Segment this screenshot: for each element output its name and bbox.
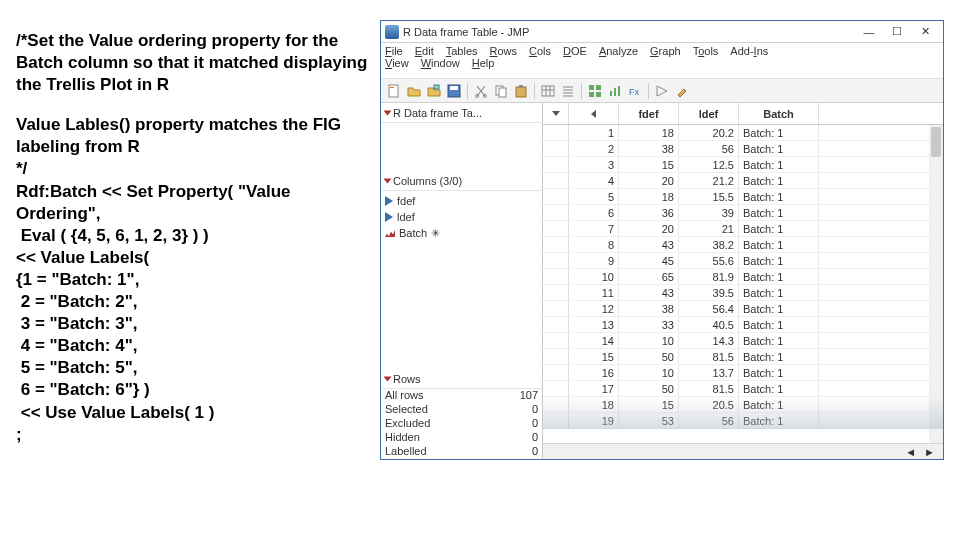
cell-batch[interactable]: Batch: 1 [739, 205, 819, 220]
cell-fdef[interactable]: 18 [619, 189, 679, 204]
cell-batch[interactable]: Batch: 1 [739, 269, 819, 284]
row-selector[interactable] [543, 349, 569, 364]
cell-batch[interactable]: Batch: 1 [739, 349, 819, 364]
toolbar-grid-icon[interactable] [586, 82, 604, 100]
table-row[interactable]: 11820.2Batch: 1 [543, 125, 943, 141]
row-selector[interactable] [543, 125, 569, 140]
menu-analyze[interactable]: Analyze [599, 45, 638, 57]
cell-batch[interactable]: Batch: 1 [739, 157, 819, 172]
cell-fdef[interactable]: 18 [619, 125, 679, 140]
cell-batch[interactable]: Batch: 1 [739, 125, 819, 140]
cell-fdef[interactable]: 38 [619, 301, 679, 316]
toolbar-fx-icon[interactable]: Fx [626, 82, 644, 100]
row-selector[interactable] [543, 189, 569, 204]
table-row[interactable]: 23856Batch: 1 [543, 141, 943, 157]
cell-batch[interactable]: Batch: 1 [739, 237, 819, 252]
table-row[interactable]: 31512.5Batch: 1 [543, 157, 943, 173]
cell-ldef[interactable]: 39 [679, 205, 739, 220]
cell-batch[interactable]: Batch: 1 [739, 365, 819, 380]
cell-batch[interactable]: Batch: 1 [739, 381, 819, 396]
table-row[interactable]: 106581.9Batch: 1 [543, 269, 943, 285]
cell-fdef[interactable]: 15 [619, 397, 679, 412]
row-selector[interactable] [543, 237, 569, 252]
table-row[interactable]: 181520.5Batch: 1 [543, 397, 943, 413]
grid-corner[interactable] [543, 103, 569, 124]
cell-ldef[interactable]: 81.9 [679, 269, 739, 284]
cell-ldef[interactable]: 56 [679, 141, 739, 156]
toolbar-open2-icon[interactable] [425, 82, 443, 100]
table-row[interactable]: 155081.5Batch: 1 [543, 349, 943, 365]
cell-ldef[interactable]: 81.5 [679, 381, 739, 396]
table-row[interactable]: 94555.6Batch: 1 [543, 253, 943, 269]
menu-tools[interactable]: Tools [693, 45, 719, 57]
close-button[interactable]: ✕ [911, 24, 939, 40]
cell-batch[interactable]: Batch: 1 [739, 301, 819, 316]
cell-fdef[interactable]: 38 [619, 141, 679, 156]
row-selector[interactable] [543, 397, 569, 412]
cell-batch[interactable]: Batch: 1 [739, 317, 819, 332]
row-selector[interactable] [543, 253, 569, 268]
menu-window[interactable]: Window [421, 57, 460, 69]
row-selector[interactable] [543, 381, 569, 396]
table-row[interactable]: 72021Batch: 1 [543, 221, 943, 237]
cell-batch[interactable]: Batch: 1 [739, 173, 819, 188]
cell-ldef[interactable]: 40.5 [679, 317, 739, 332]
cell-fdef[interactable]: 10 [619, 365, 679, 380]
cell-ldef[interactable]: 20.2 [679, 125, 739, 140]
columns-panel-header[interactable]: Columns (3/0) [381, 171, 542, 191]
menu-addins[interactable]: Add-Ins [730, 45, 768, 57]
menu-tables[interactable]: Tables [446, 45, 478, 57]
cell-fdef[interactable]: 45 [619, 253, 679, 268]
row-selector[interactable] [543, 157, 569, 172]
cell-batch[interactable]: Batch: 1 [739, 141, 819, 156]
maximize-button[interactable]: ☐ [883, 24, 911, 40]
menu-graph[interactable]: Graph [650, 45, 681, 57]
toolbar-brush-icon[interactable] [673, 82, 691, 100]
cell-batch[interactable]: Batch: 1 [739, 221, 819, 236]
row-selector[interactable] [543, 317, 569, 332]
menu-rows[interactable]: Rows [490, 45, 518, 57]
menu-doe[interactable]: DOE [563, 45, 587, 57]
cell-ldef[interactable]: 20.5 [679, 397, 739, 412]
cell-fdef[interactable]: 33 [619, 317, 679, 332]
hscroll-left-icon[interactable]: ◄ [905, 446, 916, 458]
table-row[interactable]: 123856.4Batch: 1 [543, 301, 943, 317]
row-selector[interactable] [543, 333, 569, 348]
cell-ldef[interactable]: 21.2 [679, 173, 739, 188]
cell-ldef[interactable]: 38.2 [679, 237, 739, 252]
table-row[interactable]: 114339.5Batch: 1 [543, 285, 943, 301]
toolbar-save-icon[interactable] [445, 82, 463, 100]
col-header-batch[interactable]: Batch [739, 103, 819, 124]
cell-fdef[interactable]: 15 [619, 157, 679, 172]
row-selector[interactable] [543, 365, 569, 380]
cell-ldef[interactable]: 81.5 [679, 349, 739, 364]
table-row[interactable]: 161013.7Batch: 1 [543, 365, 943, 381]
cell-ldef[interactable]: 14.3 [679, 333, 739, 348]
cell-ldef[interactable]: 13.7 [679, 365, 739, 380]
cell-fdef[interactable]: 43 [619, 285, 679, 300]
col-header-ldef[interactable]: ldef [679, 103, 739, 124]
table-row[interactable]: 51815.5Batch: 1 [543, 189, 943, 205]
cell-batch[interactable]: Batch: 1 [739, 253, 819, 268]
row-selector[interactable] [543, 413, 569, 428]
rows-panel-header[interactable]: Rows [381, 369, 542, 389]
column-item[interactable]: Batch ✳ [385, 225, 538, 241]
menu-help[interactable]: Help [472, 57, 495, 69]
row-selector[interactable] [543, 173, 569, 188]
table-row[interactable]: 133340.5Batch: 1 [543, 317, 943, 333]
table-row[interactable]: 195356Batch: 1 [543, 413, 943, 429]
row-selector[interactable] [543, 301, 569, 316]
cell-batch[interactable]: Batch: 1 [739, 413, 819, 428]
col-header-fdef[interactable]: fdef [619, 103, 679, 124]
hscroll-right-icon[interactable]: ► [924, 446, 935, 458]
menu-cols[interactable]: Cols [529, 45, 551, 57]
cell-batch[interactable]: Batch: 1 [739, 333, 819, 348]
table-row[interactable]: 42021.2Batch: 1 [543, 173, 943, 189]
toolbar-arrow-icon[interactable] [653, 82, 671, 100]
cell-fdef[interactable]: 65 [619, 269, 679, 284]
cell-fdef[interactable]: 10 [619, 333, 679, 348]
toolbar-cut-icon[interactable] [472, 82, 490, 100]
table-row[interactable]: 84338.2Batch: 1 [543, 237, 943, 253]
toolbar-copy-icon[interactable] [492, 82, 510, 100]
row-header-corner[interactable] [569, 103, 619, 124]
